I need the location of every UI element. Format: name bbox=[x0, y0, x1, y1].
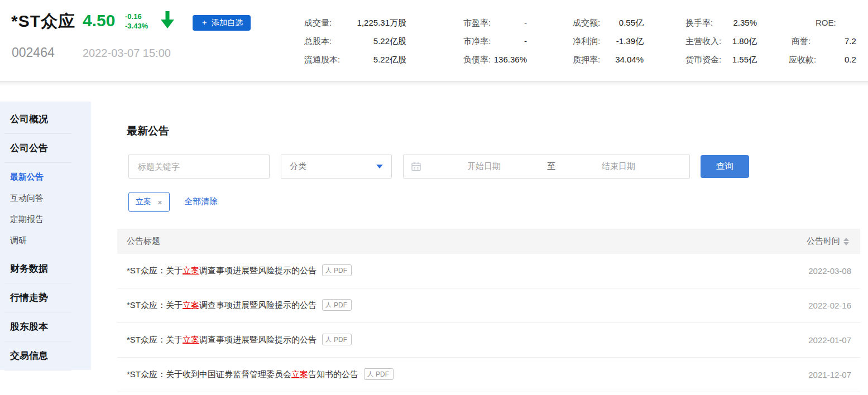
highlighted-keyword: 立案 bbox=[183, 266, 199, 275]
stat-label: 商誉: bbox=[792, 36, 811, 46]
query-button[interactable]: 查询 bbox=[701, 155, 749, 178]
announcement-date: 2022-02-16 bbox=[808, 301, 851, 310]
sort-icon[interactable] bbox=[843, 238, 849, 245]
highlighted-keyword: 立案 bbox=[291, 369, 308, 379]
stat-value: 5.22亿股 bbox=[373, 32, 406, 50]
plus-icon: ＋ bbox=[200, 18, 208, 28]
stat-label: 市盈率: bbox=[463, 13, 491, 32]
announcement-title-link[interactable]: *ST众应：关于立案调查事项进展暨风险提示的公告 bbox=[127, 335, 316, 345]
pdf-badge[interactable]: 人PDF bbox=[322, 299, 352, 311]
end-date-placeholder[interactable]: 结束日期 bbox=[555, 161, 682, 172]
table-row: *ST众应：关于立案调查事项进展暨风险提示的公告 人PDF 2022-02-16 bbox=[117, 288, 860, 323]
column-header-time[interactable]: 公告时间 bbox=[807, 236, 849, 247]
highlighted-keyword: 立案 bbox=[183, 300, 199, 310]
filter-tag-label: 立案 bbox=[136, 197, 151, 207]
header-divider bbox=[0, 81, 868, 86]
pdf-icon: 人 bbox=[325, 301, 332, 309]
stat-value: 5.22亿股 bbox=[373, 50, 406, 69]
table-row: *ST众应：关于收到中国证券监督管理委员会立案告知书的公告 人PDF 2021-… bbox=[117, 358, 860, 392]
category-select[interactable]: 分类 bbox=[281, 155, 392, 179]
announcement-title-link[interactable]: *ST众应：关于立案调查事项进展暨风险提示的公告 bbox=[127, 266, 316, 276]
stat-label: 质押率: bbox=[573, 50, 600, 69]
date-range-separator: 至 bbox=[547, 161, 555, 172]
stat-value: - bbox=[524, 13, 527, 32]
stat-label: 换手率: bbox=[685, 13, 713, 32]
clear-all-filters-link[interactable]: 全部清除 bbox=[184, 196, 218, 207]
highlighted-keyword: 立案 bbox=[183, 335, 199, 344]
sidebar-item-interactive-qa[interactable]: 互动问答 bbox=[0, 187, 91, 209]
sidebar-item-research[interactable]: 调研 bbox=[0, 230, 91, 251]
sidebar-item-company-overview[interactable]: 公司概况 bbox=[0, 105, 91, 134]
stats-column-volume: 成交量:1,225.31万股 总股本:5.22亿股 流通股本:5.22亿股 bbox=[304, 13, 406, 69]
stat-label: 净利润: bbox=[573, 32, 600, 50]
stock-name: *ST众应 bbox=[11, 10, 75, 33]
pdf-label: PDF bbox=[334, 301, 347, 309]
stock-code: 002464 bbox=[12, 45, 55, 60]
stock-header: *ST众应 4.50 -0.16 -3.43% ＋ 添加自选 002464 20… bbox=[0, 0, 868, 81]
sidebar-item-financial-data[interactable]: 财务数据 bbox=[0, 254, 91, 283]
sidebar-item-shareholders[interactable]: 股东股本 bbox=[0, 312, 91, 341]
add-watchlist-button[interactable]: ＋ 添加自选 bbox=[193, 15, 251, 31]
pdf-label: PDF bbox=[334, 336, 347, 344]
title-text: *ST众应：关于 bbox=[127, 266, 183, 275]
stat-label: 总股本: bbox=[304, 32, 332, 50]
filter-tag-lian[interactable]: 立案 × bbox=[128, 192, 170, 212]
announcement-title-link[interactable]: *ST众应：关于立案调查事项进展暨风险提示的公告 bbox=[127, 300, 316, 311]
title-text: *ST众应：关于收到中国证券监督管理委员会 bbox=[127, 369, 291, 379]
pdf-label: PDF bbox=[334, 267, 347, 274]
stats-column-ratios: 市盈率:- 市净率:- 负债率:136.36% bbox=[463, 13, 527, 69]
sidebar-item-company-announcements[interactable]: 公司公告 bbox=[0, 134, 91, 163]
date-range-picker[interactable]: 开始日期 至 结束日期 bbox=[403, 155, 690, 179]
table-row: *ST众应：关于立案调查事项进展暨风险提示的公告 人PDF 2022-03-08 bbox=[117, 254, 860, 288]
sidebar-item-market-trend[interactable]: 行情走势 bbox=[0, 283, 91, 312]
announcement-title-link[interactable]: *ST众应：关于收到中国证券监督管理委员会立案告知书的公告 bbox=[127, 369, 358, 380]
sidebar-item-trading-info[interactable]: 交易信息 bbox=[0, 341, 91, 370]
pdf-label: PDF bbox=[376, 370, 389, 378]
pdf-icon: 人 bbox=[325, 266, 332, 274]
stats-column-roe: ROE: 商誉:7.2 应收款:0.2 bbox=[789, 13, 868, 69]
stat-value: 136.36% bbox=[494, 50, 527, 69]
title-text: *ST众应：关于 bbox=[127, 300, 183, 310]
pdf-badge[interactable]: 人PDF bbox=[364, 368, 394, 380]
stat-label: 应收款: bbox=[789, 55, 816, 64]
stat-label: ROE: bbox=[816, 18, 836, 27]
stat-value: 1.55亿 bbox=[732, 50, 757, 69]
stat-value: 34.04% bbox=[615, 50, 644, 69]
stat-value: -1.39亿 bbox=[616, 32, 644, 50]
pdf-icon: 人 bbox=[325, 335, 332, 344]
stat-value: 0.55亿 bbox=[619, 13, 644, 32]
price-down-arrow-icon bbox=[161, 11, 174, 31]
stat-label: 货币资金: bbox=[685, 50, 721, 69]
sidebar-nav: 公司概况 公司公告 最新公告 互动问答 定期报告 调研 财务数据 行情走势 股东… bbox=[0, 102, 91, 370]
announcement-date: 2022-01-07 bbox=[808, 335, 851, 345]
price-change: -0.16 -3.43% bbox=[125, 12, 148, 31]
stock-detail-page: *ST众应 4.50 -0.16 -3.43% ＋ 添加自选 002464 20… bbox=[0, 0, 868, 395]
change-value: -0.16 bbox=[125, 12, 148, 21]
stat-value: - bbox=[524, 32, 527, 50]
stat-label: 市净率: bbox=[463, 32, 491, 50]
title-text: 调查事项进展暨风险提示的公告 bbox=[199, 335, 316, 344]
stat-label: 负债率: bbox=[463, 50, 491, 69]
stat-label: 主营收入: bbox=[685, 32, 721, 50]
keyword-search-input[interactable] bbox=[128, 155, 270, 179]
stat-value: 0.2 bbox=[845, 50, 856, 69]
sidebar-item-latest-announcements[interactable]: 最新公告 bbox=[0, 166, 91, 187]
announcement-date: 2021-12-07 bbox=[808, 370, 851, 379]
announcement-date: 2022-03-08 bbox=[808, 266, 851, 276]
title-text: 告知书的公告 bbox=[308, 369, 358, 379]
change-percent: -3.43% bbox=[125, 21, 148, 31]
column-header-title: 公告标题 bbox=[127, 236, 160, 247]
calendar-icon bbox=[411, 162, 421, 171]
quote-timestamp: 2022-03-07 15:00 bbox=[83, 47, 171, 60]
title-text: *ST众应：关于 bbox=[127, 335, 183, 344]
start-date-placeholder[interactable]: 开始日期 bbox=[421, 161, 547, 172]
pdf-badge[interactable]: 人PDF bbox=[322, 264, 352, 276]
pdf-badge[interactable]: 人PDF bbox=[322, 334, 352, 345]
chevron-down-icon bbox=[376, 165, 383, 168]
add-watchlist-label: 添加自选 bbox=[212, 18, 243, 28]
remove-tag-icon[interactable]: × bbox=[157, 198, 162, 207]
stat-value: 1,225.31万股 bbox=[357, 13, 406, 32]
stats-column-turnover: 成交额:0.55亿 净利润:-1.39亿 质押率:34.04% bbox=[573, 13, 644, 69]
sidebar-item-periodic-reports[interactable]: 定期报告 bbox=[0, 209, 91, 230]
column-header-time-label: 公告时间 bbox=[807, 236, 840, 247]
